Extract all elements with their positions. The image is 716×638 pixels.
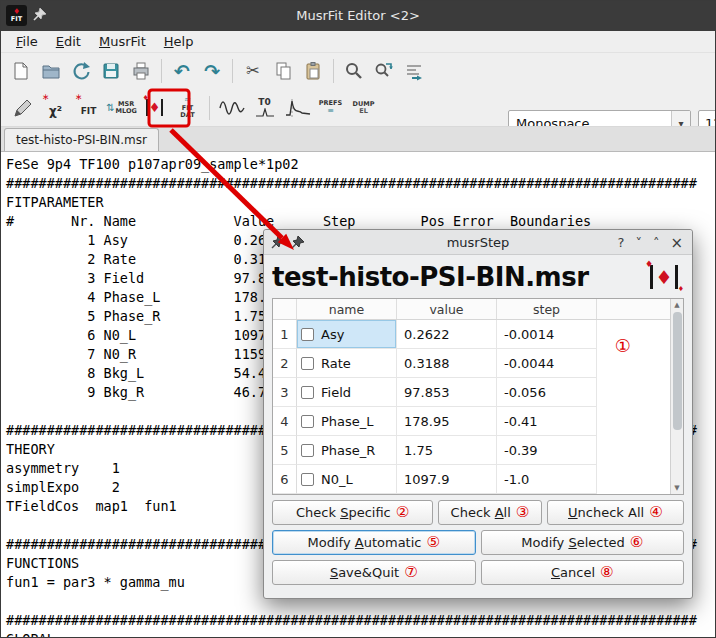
paste-icon bbox=[303, 61, 323, 81]
undo-icon: ↶ bbox=[174, 62, 190, 81]
dump-icon: DUMP EL bbox=[353, 101, 375, 115]
find-replace-icon bbox=[374, 61, 394, 81]
annotation-6: ⑥ bbox=[630, 535, 643, 550]
small-diamond-icon: ♦ bbox=[143, 95, 149, 102]
musrview-button[interactable] bbox=[215, 92, 248, 124]
param-step-cell[interactable]: -1.0 bbox=[497, 465, 597, 494]
menu-edit[interactable]: Edit bbox=[47, 32, 90, 51]
param-name: Phase_R bbox=[321, 443, 375, 458]
tab-msr-file[interactable]: test-histo-PSI-BIN.msr bbox=[4, 128, 159, 151]
save-quit-button[interactable]: Save&Quit ⑦ bbox=[272, 560, 476, 585]
modify-automatic-button[interactable]: Modify Automatic ⑤ bbox=[272, 530, 476, 555]
redo-button[interactable]: ↷ bbox=[197, 56, 227, 86]
row-checkbox[interactable] bbox=[301, 386, 314, 399]
msr-wizard-button[interactable] bbox=[6, 92, 39, 124]
oscillation-icon bbox=[219, 98, 245, 118]
scrollbar-thumb[interactable] bbox=[673, 312, 682, 430]
dump-button[interactable]: DUMP EL bbox=[347, 92, 380, 124]
prefs-icon: PREFS ≡ bbox=[319, 100, 342, 115]
dialog-titlebar[interactable]: musrStep ? ˅ ˄ × bbox=[264, 230, 692, 255]
table-scrollbar[interactable]: ▲ ▼ bbox=[670, 299, 683, 494]
param-step-cell[interactable]: -0.0044 bbox=[497, 349, 597, 378]
check-specific-button[interactable]: Check Specific ② bbox=[272, 500, 433, 525]
row-checkbox[interactable] bbox=[301, 357, 314, 370]
param-step-cell[interactable]: -0.0014 bbox=[497, 320, 597, 349]
col-header-step[interactable]: step bbox=[497, 299, 597, 319]
menu-musrfit[interactable]: MusrFit bbox=[90, 32, 155, 51]
param-value-cell[interactable]: 1097.9 bbox=[397, 465, 497, 494]
musrview-fit-data-button[interactable]: ≈ FIT DAT bbox=[171, 92, 204, 124]
dump-sub-label: EL bbox=[359, 108, 368, 115]
new-document-button[interactable] bbox=[6, 56, 36, 86]
table-header-row: name value step bbox=[273, 299, 683, 320]
find-replace-button[interactable] bbox=[369, 56, 399, 86]
calc-chisq-button[interactable]: ∗ χ² bbox=[39, 92, 72, 124]
reload-button[interactable] bbox=[66, 56, 96, 86]
annotation-5: ⑤ bbox=[426, 535, 439, 550]
modify-selected-button[interactable]: Modify Selected ⑥ bbox=[481, 530, 685, 555]
param-name-cell[interactable]: Phase_R bbox=[297, 436, 397, 465]
paste-button[interactable] bbox=[298, 56, 328, 86]
cancel-button[interactable]: Cancel ⑧ bbox=[481, 560, 685, 585]
button-label: Modify Automatic bbox=[308, 535, 422, 550]
row-checkbox[interactable] bbox=[301, 444, 314, 457]
param-step-cell[interactable]: -0.41 bbox=[497, 407, 597, 436]
pencil-icon bbox=[12, 97, 34, 119]
dialog-body: test-histo-PSI-BIN.msr ♦ ♦ ♦ name value … bbox=[264, 255, 692, 598]
musrt0-button[interactable]: T0 bbox=[248, 92, 281, 124]
row-checkbox[interactable] bbox=[301, 415, 314, 428]
col-header-name[interactable]: name bbox=[297, 299, 397, 319]
param-name-cell[interactable]: Phase_L bbox=[297, 407, 397, 436]
col-header-value[interactable]: value bbox=[397, 299, 497, 319]
unshade-button[interactable]: ˄ bbox=[653, 235, 660, 250]
open-file-button[interactable] bbox=[36, 56, 66, 86]
print-button[interactable] bbox=[126, 56, 156, 86]
application-window: ♦ FIT MusrFit Editor <2> File Edit MusrF… bbox=[0, 0, 716, 638]
cut-button[interactable]: ✂ bbox=[238, 56, 268, 86]
window-titlebar[interactable]: ♦ FIT MusrFit Editor <2> bbox=[1, 1, 715, 31]
diamond-icon: ♦ bbox=[149, 101, 161, 114]
search-button[interactable] bbox=[339, 56, 369, 86]
param-name-cell[interactable]: Field bbox=[297, 378, 397, 407]
help-button[interactable]: ? bbox=[618, 235, 625, 250]
preferences-button[interactable]: PREFS ≡ bbox=[314, 92, 347, 124]
row-number: 5 bbox=[273, 436, 297, 465]
table-row: 4 Phase_L 178.95 -0.41 bbox=[273, 407, 683, 436]
param-step-cell[interactable]: -0.39 bbox=[497, 436, 597, 465]
save-button[interactable] bbox=[96, 56, 126, 86]
window-title: MusrFit Editor <2> bbox=[1, 1, 715, 31]
swap-msr-mlog-button[interactable]: ⇅ MSR MLOG bbox=[105, 92, 138, 124]
param-value-cell[interactable]: 97.853 bbox=[397, 378, 497, 407]
param-value-cell[interactable]: 1.75 bbox=[397, 436, 497, 465]
row-number: 1 bbox=[273, 320, 297, 349]
param-name-cell[interactable]: N0_L bbox=[297, 465, 397, 494]
musrstep-button[interactable]: ♦ ♦ bbox=[138, 92, 171, 124]
main-toolbar: ↶ ↷ ✂ Monospace ▾ 12 bbox=[1, 53, 715, 89]
uncheck-all-button[interactable]: Uncheck All ④ bbox=[547, 500, 684, 525]
close-icon[interactable]: × bbox=[670, 234, 683, 252]
undo-button[interactable]: ↶ bbox=[167, 56, 197, 86]
scroll-up-icon[interactable]: ▲ bbox=[671, 299, 683, 311]
musrfit-run-button[interactable]: ∗ FIT bbox=[72, 92, 105, 124]
small-diamond-icon: ♦ bbox=[645, 259, 653, 269]
table-row: 5 Phase_R 1.75 -0.39 bbox=[273, 436, 683, 465]
row-checkbox[interactable] bbox=[301, 473, 314, 486]
copy-button[interactable] bbox=[268, 56, 298, 86]
row-checkbox[interactable] bbox=[301, 328, 314, 341]
param-value-cell[interactable]: 0.3188 bbox=[397, 349, 497, 378]
menu-help[interactable]: Help bbox=[155, 32, 203, 51]
param-value-cell[interactable]: 178.95 bbox=[397, 407, 497, 436]
scroll-down-icon[interactable]: ▼ bbox=[671, 482, 683, 494]
raw-histogram-button[interactable] bbox=[281, 92, 314, 124]
param-value-cell[interactable]: 0.2622 bbox=[397, 320, 497, 349]
param-name-cell[interactable]: Rate bbox=[297, 349, 397, 378]
row-number: 3 bbox=[273, 378, 297, 407]
redo-icon: ↷ bbox=[204, 62, 220, 81]
menu-file[interactable]: File bbox=[7, 32, 47, 51]
shade-button[interactable]: ˅ bbox=[635, 235, 642, 250]
button-label: Check All bbox=[451, 505, 511, 520]
param-step-cell[interactable]: -0.056 bbox=[497, 378, 597, 407]
check-all-button[interactable]: Check All ③ bbox=[438, 500, 541, 525]
goto-line-button[interactable] bbox=[399, 56, 429, 86]
param-name-cell[interactable]: Asy bbox=[297, 320, 397, 349]
